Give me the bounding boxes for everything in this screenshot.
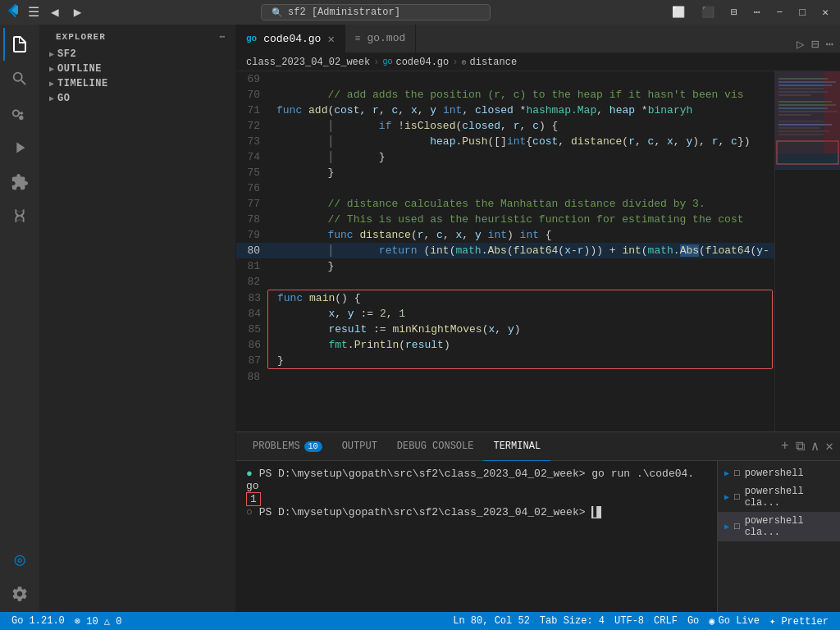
status-go-version[interactable]: Go 1.21.0 <box>7 612 70 630</box>
terminal-line-1: ● PS D:\mysetup\gopath\src\sf2\class_202… <box>246 468 707 480</box>
titlebar-left: ☰ ◀ ▶ <box>7 4 84 21</box>
outline-label: OUTLINE <box>57 63 102 75</box>
split-editor-icon[interactable]: ⊟ <box>811 36 819 52</box>
tab-debug-console[interactable]: DEBUG CONSOLE <box>387 432 484 461</box>
status-language[interactable]: Go <box>682 612 704 630</box>
titlebar-right: ⬜ ⬛ ⊟ ⋯ − □ ✕ <box>667 6 833 19</box>
terminal-name-1: powershell <box>745 468 804 479</box>
statusbar: Go 1.21.0 ⊗ 10 △ 0 Ln 80, Col 52 Tab Siz… <box>0 612 840 630</box>
breadcrumb-part-3[interactable]: distance <box>470 57 518 68</box>
maximize-button[interactable]: □ <box>794 7 810 19</box>
minimize-button[interactable]: − <box>772 7 788 19</box>
status-prettier[interactable]: ✦ Prettier <box>765 612 833 630</box>
terminal-line-3: 1 <box>246 492 707 506</box>
minimap-svg <box>775 71 840 399</box>
go-label: GO <box>57 93 70 104</box>
back-button[interactable]: ◀ <box>48 4 62 21</box>
sidebar-item-go[interactable]: ▶ GO <box>39 91 235 106</box>
problems-badge: 10 <box>304 441 322 452</box>
breadcrumb-part-2[interactable]: code04.go <box>395 57 449 68</box>
mod-file-icon: ≡ <box>355 34 361 43</box>
tab-gomod[interactable]: ≡ go.mod <box>345 25 416 52</box>
search-bar[interactable]: 🔍 sf2 [Administrator] <box>261 4 491 21</box>
activity-test[interactable] <box>3 200 36 233</box>
layout-icon-1[interactable]: ⬜ <box>667 6 690 19</box>
layout-icon-2[interactable]: ⬛ <box>696 6 719 19</box>
search-text: sf2 [Administrator] <box>288 7 400 18</box>
tab-output[interactable]: OUTPUT <box>332 432 387 461</box>
status-line-ending[interactable]: CRLF <box>649 612 682 630</box>
debug-console-label: DEBUG CONSOLE <box>397 441 474 452</box>
code-line-86: 86 fmt.Println(result) <box>268 337 772 353</box>
go-file-icon: go <box>246 34 257 43</box>
sidebar-item-sf2[interactable]: ▶ SF2 <box>39 47 235 62</box>
menu-icon[interactable]: ☰ <box>28 4 39 21</box>
layout-icon-4[interactable]: ⋯ <box>749 6 765 19</box>
code-line-83: 83 func main() { <box>268 290 772 306</box>
split-terminal-icon[interactable]: ⧉ <box>796 439 805 454</box>
panel-tabs: PROBLEMS 10 OUTPUT DEBUG CONSOLE TERMINA… <box>236 432 840 461</box>
timeline-label: TIMELINE <box>57 78 108 89</box>
terminal-main[interactable]: ● PS D:\mysetup\gopath\src\sf2\class_202… <box>236 461 717 612</box>
activity-run[interactable] <box>3 131 36 164</box>
code-line-74: 74 │ } <box>236 149 774 165</box>
ps-dot: ● <box>246 468 253 480</box>
terminal-name-2: powershell cla... <box>745 486 833 509</box>
activity-settings[interactable] <box>3 578 36 610</box>
terminal-item-2[interactable]: ▶ □ powershell cla... <box>718 482 840 512</box>
activity-source-control[interactable] <box>3 97 36 130</box>
output-label: OUTPUT <box>342 441 377 452</box>
activity-remote[interactable]: ◎ <box>3 543 36 576</box>
code-line-75: 75 } <box>236 165 774 180</box>
sidebar-header: Explorer ⋯ <box>39 25 235 45</box>
status-go-live[interactable]: ◉ Go Live <box>704 612 765 630</box>
breadcrumb-sep-1: › <box>373 57 379 68</box>
sidebar: Explorer ⋯ ▶ SF2 ▶ OUTLINE ▶ TIMELINE ▶ … <box>39 25 236 612</box>
layout-icon-3[interactable]: ⊟ <box>726 6 742 19</box>
status-position[interactable]: Ln 80, Col 52 <box>448 612 535 630</box>
term-icon-3: □ <box>734 522 740 532</box>
breadcrumb: class_2023_04_02_week › go code04.go › ⊕… <box>236 53 840 71</box>
close-button[interactable]: ✕ <box>817 6 833 19</box>
code-line-76: 76 <box>236 180 774 196</box>
tab-terminal[interactable]: TERMINAL <box>483 432 550 461</box>
go-breadcrumb-icon: go <box>382 57 392 66</box>
vscode-icon <box>7 4 20 21</box>
sidebar-item-outline[interactable]: ▶ OUTLINE <box>39 62 235 76</box>
terminal-cmd-3: PS D:\mysetup\gopath\src\sf2\class_2023_… <box>259 506 592 518</box>
status-encoding[interactable]: UTF-8 <box>609 612 649 630</box>
breadcrumb-part-1[interactable]: class_2023_04_02_week <box>246 57 370 68</box>
terminal-cursor: ▌ <box>591 506 601 518</box>
sidebar-item-timeline[interactable]: ▶ TIMELINE <box>39 76 235 91</box>
terminal-cmd-2: go <box>246 480 259 492</box>
activity-search[interactable] <box>3 62 36 95</box>
more-actions-icon[interactable]: ⋯ <box>825 36 833 52</box>
tab-problems[interactable]: PROBLEMS 10 <box>243 432 332 461</box>
code-line-85: 85 result := minKnightMoves(x, y) <box>268 322 772 337</box>
titlebar-center: 🔍 sf2 [Administrator] <box>84 4 667 21</box>
terminal-item-3[interactable]: ▶ □ powershell cla... <box>718 512 840 541</box>
close-panel-icon[interactable]: ✕ <box>825 438 833 454</box>
breadcrumb-func-icon: ⊕ <box>461 57 466 67</box>
run-icon[interactable]: ▷ <box>797 36 805 52</box>
code-line-70: 70 // add adds the position (r, c) to th… <box>236 87 774 103</box>
collapse-panel-icon[interactable]: ∧ <box>811 438 819 454</box>
go-live-text: Go Live <box>719 615 760 627</box>
terminal-sidebar: ▶ □ powershell ▶ □ powershell cla... ▶ □… <box>717 461 840 612</box>
forward-button[interactable]: ▶ <box>71 4 85 21</box>
code-line-71: 71 func add(cost, r, c, x, y int, closed… <box>236 103 774 118</box>
tab-code04[interactable]: go code04.go ✕ <box>236 25 345 52</box>
terminal-item-1[interactable]: ▶ □ powershell <box>718 464 840 482</box>
status-errors[interactable]: ⊗ 10 △ 0 <box>70 612 127 630</box>
tab-close-icon[interactable]: ✕ <box>327 32 334 46</box>
term-icon-1: □ <box>734 468 740 478</box>
status-tab-size[interactable]: Tab Size: 4 <box>535 612 609 630</box>
problems-label: PROBLEMS <box>253 441 300 452</box>
add-terminal-icon[interactable]: + <box>781 439 789 454</box>
sidebar-header-icons[interactable]: ⋯ <box>219 31 226 42</box>
code-editor[interactable]: 69 70 // add adds the position (r, c) to… <box>236 71 774 431</box>
activity-extensions[interactable] <box>3 166 36 199</box>
outline-arrow: ▶ <box>49 64 54 74</box>
encoding-text: UTF-8 <box>614 615 644 627</box>
activity-files[interactable] <box>3 28 36 61</box>
